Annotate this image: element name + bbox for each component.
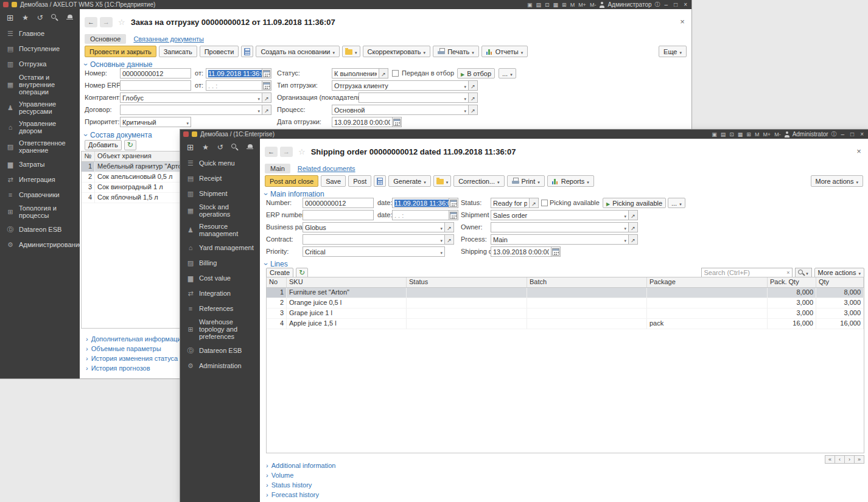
- erp-number-input[interactable]: [120, 80, 191, 91]
- post-button[interactable]: Post: [348, 175, 371, 187]
- open-button[interactable]: [444, 234, 454, 245]
- calendar-icon[interactable]: ▦: [738, 131, 743, 138]
- column-header-status[interactable]: Status: [407, 277, 527, 287]
- post-and-close-button[interactable]: Провести и закрыть: [85, 46, 156, 57]
- favorite-star-icon[interactable]: ☆: [118, 18, 125, 27]
- to-picking-button[interactable]: В отбор: [457, 68, 495, 78]
- calculator-icon[interactable]: ⊞: [562, 2, 567, 8]
- column-header-package[interactable]: Package: [647, 277, 768, 287]
- sidebar-item[interactable]: ▨ Billing: [180, 255, 260, 270]
- go-first-button[interactable]: «: [825, 455, 835, 464]
- calendar-button[interactable]: [449, 210, 458, 220]
- back-button[interactable]: ←: [265, 147, 278, 157]
- save-icon[interactable]: ▣: [712, 131, 717, 138]
- status-open-button[interactable]: [529, 198, 539, 208]
- sidebar-item[interactable]: ▥ Shipment: [180, 186, 260, 201]
- sidebar-item[interactable]: ♟ Resource management: [180, 220, 260, 240]
- business-partner-combo[interactable]: Globus: [303, 222, 445, 232]
- sidebar-item[interactable]: ⌂ Управление двором: [0, 117, 80, 137]
- calendar-button[interactable]: [551, 246, 561, 257]
- notifications-icon[interactable]: [247, 144, 253, 150]
- post-and-close-button[interactable]: Post and close: [265, 175, 318, 187]
- sidebar-item[interactable]: ⊞ Warehouse topology and preferences: [180, 316, 260, 343]
- memory-minus-icon[interactable]: M-: [774, 131, 781, 138]
- open-button[interactable]: [628, 234, 638, 245]
- status-input[interactable]: К выполнению: [332, 68, 379, 78]
- go-last-button[interactable]: »: [854, 455, 864, 464]
- open-button[interactable]: [628, 222, 638, 232]
- table-row[interactable]: 3 Grape juice 1 l 3,000 3,000: [267, 309, 864, 319]
- go-next-button[interactable]: ›: [844, 455, 855, 464]
- sidebar-item[interactable]: ▦ Остатки и внутренние операции: [0, 71, 80, 98]
- add-row-button[interactable]: Добавить: [85, 140, 122, 150]
- print-button[interactable]: Печать: [433, 46, 479, 57]
- picking-available-button[interactable]: Picking available: [603, 198, 666, 208]
- tab-main[interactable]: Основное: [85, 34, 126, 44]
- sidebar-item[interactable]: ▤ Поступление: [0, 41, 80, 56]
- date-input[interactable]: 11.09.2018 11:36:07: [206, 68, 262, 78]
- reports-button[interactable]: Отчеты: [481, 46, 528, 57]
- generate-button[interactable]: Generate: [388, 175, 430, 187]
- open-button[interactable]: [468, 105, 478, 115]
- calendar-icon[interactable]: ▦: [553, 2, 559, 8]
- status-more-button[interactable]: ...: [668, 198, 685, 208]
- sidebar-item[interactable]: ≡ Справочники: [0, 187, 80, 202]
- collapsed-section[interactable]: История изменения статуса: [86, 354, 184, 363]
- refresh-button[interactable]: [296, 268, 308, 278]
- sidebar-item[interactable]: ☰ Главное: [0, 26, 80, 41]
- apps-menu-icon[interactable]: [7, 13, 14, 23]
- sidebar-item[interactable]: ⇄ Интеграция: [0, 172, 80, 187]
- open-button[interactable]: [468, 92, 478, 103]
- close-button[interactable]: ×: [682, 1, 688, 8]
- section-main-information[interactable]: Основные данные: [85, 60, 153, 69]
- history-icon[interactable]: [217, 143, 223, 152]
- tab-main[interactable]: Main: [265, 164, 290, 173]
- erp-date-input[interactable]: . . :: [392, 210, 449, 220]
- sidebar-item[interactable]: ⇄ Integration: [180, 285, 260, 301]
- section-lines[interactable]: Состав документа: [85, 131, 152, 139]
- sidebar-item[interactable]: ♟ Управление ресурсами: [0, 98, 80, 117]
- picking-checkbox[interactable]: [541, 200, 548, 206]
- collapsed-section[interactable]: История прогнозов: [86, 363, 184, 373]
- sidebar-item[interactable]: ▥ Отгрузка: [0, 56, 80, 71]
- memory-icon[interactable]: M: [570, 2, 575, 8]
- contract-combo[interactable]: [303, 234, 445, 245]
- erp-date-input[interactable]: . . :: [206, 80, 262, 91]
- sidebar-item[interactable]: ▤ Receipt: [180, 170, 260, 186]
- sidebar-item[interactable]: ≡ References: [180, 301, 260, 316]
- priority-combo[interactable]: Critical: [303, 246, 445, 257]
- calculator-icon[interactable]: ⊞: [746, 131, 751, 138]
- tab-related-documents[interactable]: Related documents: [298, 165, 355, 172]
- open-button[interactable]: [444, 222, 454, 232]
- apps-menu-icon[interactable]: [187, 142, 194, 152]
- open-button[interactable]: [262, 105, 271, 115]
- sidebar-item[interactable]: ⚙ Администрирование: [0, 237, 80, 252]
- sidebar-item[interactable]: ⌂ Yard management: [180, 240, 260, 255]
- clear-search-icon[interactable]: ×: [786, 270, 789, 276]
- status-input[interactable]: Ready for planni: [491, 198, 530, 208]
- tab-related-documents[interactable]: Связанные документы: [133, 35, 204, 43]
- generate-button[interactable]: Создать на основании: [256, 46, 340, 57]
- collapsed-section[interactable]: Volume: [266, 470, 335, 480]
- sidebar-item[interactable]: Ⓓ Datareon ESB: [180, 343, 260, 358]
- correction-button[interactable]: Скорректировать: [363, 46, 431, 57]
- save-icon[interactable]: ▣: [527, 2, 533, 8]
- section-main-information[interactable]: Main information: [265, 190, 324, 198]
- memory-minus-icon[interactable]: M-: [590, 2, 597, 8]
- info-icon[interactable]: ⓘ: [655, 1, 660, 9]
- date-input[interactable]: 11.09.2018 11:36:07: [392, 198, 449, 208]
- print-icon[interactable]: ▤: [721, 131, 726, 138]
- status-open-button[interactable]: [379, 68, 388, 78]
- favorites-icon[interactable]: [202, 143, 209, 152]
- back-button[interactable]: ←: [85, 17, 97, 27]
- process-combo[interactable]: Main: [491, 234, 629, 245]
- favorites-icon[interactable]: [22, 13, 29, 22]
- user-menu[interactable]: Administrator: [784, 131, 828, 138]
- process-combo[interactable]: Основной: [332, 105, 469, 115]
- maximize-button[interactable]: □: [849, 131, 855, 138]
- open-button[interactable]: [468, 80, 478, 91]
- collapsed-section[interactable]: Status history: [266, 480, 335, 490]
- search-options-button[interactable]: [795, 268, 812, 278]
- more-actions-button[interactable]: More actions: [811, 175, 864, 187]
- column-header-sku[interactable]: SKU: [287, 277, 407, 287]
